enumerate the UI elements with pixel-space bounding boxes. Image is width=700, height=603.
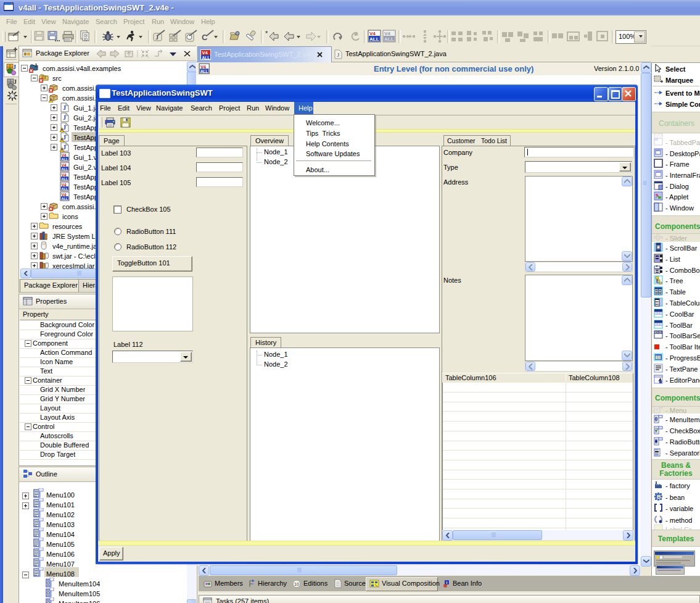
svg-text:I0: I0 <box>84 37 88 41</box>
svg-text:J: J <box>337 52 340 58</box>
svg-text:J: J <box>13 64 16 70</box>
svg-text:V4: V4 <box>369 31 376 36</box>
svg-text:ALL: ALL <box>369 36 379 42</box>
svg-text:V4: V4 <box>384 31 390 36</box>
svg-text:*: * <box>265 30 268 37</box>
svg-text:B: B <box>657 494 661 500</box>
svg-text:10: 10 <box>294 582 299 586</box>
svg-text:J: J <box>14 78 17 85</box>
svg-text:C: C <box>202 33 208 42</box>
svg-text:ALL: ALL <box>202 56 210 60</box>
svg-text:ALL: ALL <box>384 36 394 42</box>
